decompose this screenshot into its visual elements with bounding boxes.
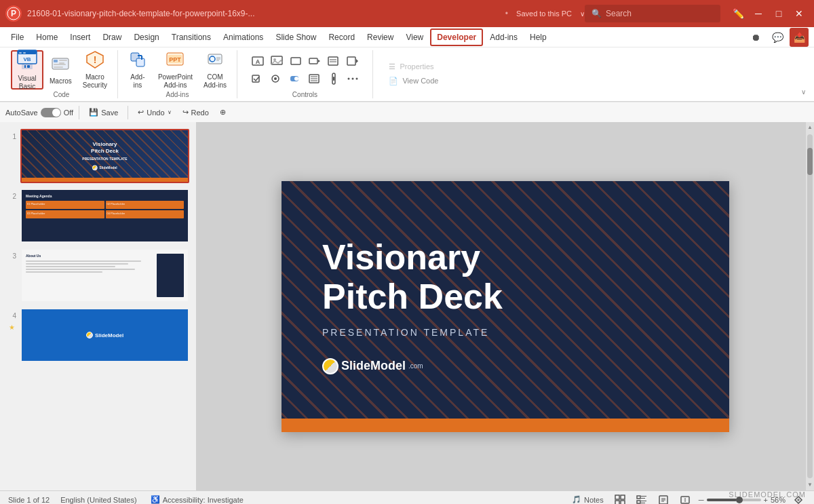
properties-button[interactable]: ☰ Properties (383, 61, 444, 73)
addins-button[interactable]: Add-ins (123, 50, 152, 90)
slide-thumb-4[interactable]: SlideModel (20, 308, 189, 362)
slide-item-1[interactable]: 1 Visionary Pitch Deck PRESENTATION TEMP… (5, 128, 191, 185)
menu-help[interactable]: Help (524, 30, 552, 45)
autosave-toggle[interactable]: AutoSave Off (5, 108, 73, 117)
menu-design[interactable]: Design (128, 30, 164, 45)
fit-slide-button[interactable] (677, 493, 693, 505)
restore-button[interactable]: □ (769, 4, 788, 23)
qa-divider-2 (128, 106, 128, 119)
ctrl-text-btn[interactable]: A (248, 53, 267, 69)
redo-button[interactable]: ↪ Redo (178, 106, 213, 118)
reading-view-button[interactable] (655, 493, 672, 505)
accessibility-button[interactable]: ♿ Accessibility: Investigate (148, 494, 246, 504)
menu-record[interactable]: Record (323, 30, 360, 45)
ctrl-combo-btn[interactable] (305, 53, 324, 69)
record-btn[interactable]: ⏺ (746, 28, 765, 47)
slide-item-3[interactable]: 3 About Us (5, 247, 191, 304)
pen-button[interactable]: ✏️ (729, 4, 748, 23)
svg-text:PPT: PPT (170, 56, 182, 63)
ctrl-image-btn[interactable] (267, 53, 286, 69)
svg-rect-56 (615, 495, 619, 499)
svg-text:!: ! (94, 54, 97, 65)
controls-group-label: Controls (292, 91, 317, 98)
ctrl-scroll-btn[interactable] (324, 71, 343, 87)
close-button[interactable]: ✕ (790, 4, 809, 23)
ctrl-list-btn[interactable] (324, 53, 343, 69)
scrollbar-thumb[interactable] (807, 148, 813, 175)
menu-insert[interactable]: Insert (64, 30, 96, 45)
zoom-slider-track[interactable] (707, 499, 761, 501)
search-box[interactable]: 🔍 (585, 5, 720, 22)
addins-group-items: Add-ins PPT PowerPointAdd-ins (123, 50, 231, 90)
com-addins-button[interactable]: COMAdd-ins (199, 50, 231, 90)
svg-rect-4 (19, 52, 22, 54)
menu-slideshow[interactable]: Slide Show (270, 30, 322, 45)
notes-button[interactable]: 🎵 Notes (569, 494, 606, 504)
addins-icon (128, 50, 147, 72)
slide-sorter-button[interactable] (634, 493, 650, 505)
ctrl-listbox-btn[interactable] (305, 71, 324, 87)
menu-transitions[interactable]: Transitions (166, 30, 216, 45)
normal-view-button[interactable] (612, 493, 628, 505)
app-logo: P (5, 5, 22, 22)
ribbon-group-controls: A (237, 50, 373, 98)
menu-home[interactable]: Home (31, 30, 63, 45)
ctrl-spin-btn[interactable] (343, 53, 362, 69)
scroll-down-btn[interactable]: ▼ (807, 481, 813, 489)
view-code-button[interactable]: 📄 View Code (383, 75, 444, 87)
addins-group-label: Add-ins (166, 91, 189, 98)
zoom-minus-icon[interactable]: ─ (699, 496, 704, 504)
scrollbar-track[interactable] (807, 134, 813, 478)
ctrl-rect-btn[interactable] (286, 53, 305, 69)
share-btn[interactable]: 📤 (790, 28, 809, 47)
slide-thumb-2[interactable]: Meeting Agenda 01 Placeholder 02 Placeho… (20, 189, 189, 243)
slide-2-title: Meeting Agenda (26, 194, 184, 198)
window-controls: ✏️ ─ □ ✕ (729, 4, 809, 23)
main-slide[interactable]: VisionaryPitch Deck PRESENTATION TEMPLAT… (282, 181, 729, 432)
slide-3-title: About Us (26, 254, 154, 258)
search-input[interactable] (606, 9, 701, 18)
ctrl-more-btn[interactable] (343, 71, 362, 87)
slide-thumb-1[interactable]: Visionary Pitch Deck PRESENTATION TEMPLA… (20, 129, 189, 183)
scroll-up-btn[interactable]: ▲ (807, 123, 813, 132)
ppt-addins-label: PowerPointAdd-ins (158, 73, 193, 90)
qa-customize-button[interactable]: ⊕ (216, 106, 230, 118)
slide-orange-bar (282, 419, 729, 432)
menu-file[interactable]: File (5, 30, 29, 45)
view-code-icon: 📄 (389, 77, 398, 85)
svg-point-46 (294, 77, 298, 81)
menu-developer[interactable]: Developer (430, 28, 483, 46)
svg-rect-13 (59, 62, 64, 64)
visual-basic-button[interactable]: VB VisualBasic (11, 50, 43, 90)
undo-button[interactable]: ↩ Undo ∨ (134, 106, 175, 118)
menu-addins[interactable]: Add-ins (484, 30, 523, 45)
search-icon: 🔍 (592, 9, 602, 18)
redo-icon: ↪ (182, 108, 189, 117)
autosave-track[interactable] (41, 108, 61, 117)
save-button[interactable]: 💾 Save (85, 106, 122, 118)
slide-logo: SlideModel .com (322, 358, 689, 374)
comments-btn[interactable]: 💬 (768, 28, 787, 47)
macro-security-button[interactable]: ! MacroSecurity (78, 50, 112, 90)
ctrl-toggle-btn[interactable] (286, 71, 305, 87)
ctrl-check-btn[interactable] (248, 71, 267, 87)
ctrl-radio-btn[interactable] (267, 71, 286, 87)
slide-thumb-3[interactable]: About Us (20, 248, 189, 303)
menu-bar: File Home Insert Draw Design Transitions… (0, 27, 814, 47)
slide-item-2[interactable]: 2 Meeting Agenda 01 Placeholder 02 Place… (5, 187, 191, 244)
macros-icon (51, 54, 70, 76)
ppt-addins-button[interactable]: PPT PowerPointAdd-ins (153, 50, 197, 90)
notes-icon: 🎵 (572, 495, 581, 504)
ribbon-expand-button[interactable]: ∨ (798, 88, 809, 98)
minimize-button[interactable]: ─ (749, 4, 768, 23)
slide-item-4[interactable]: 4 ★ SlideModel (5, 307, 191, 364)
menu-draw[interactable]: Draw (97, 30, 127, 45)
menu-view[interactable]: View (400, 30, 429, 45)
macros-button[interactable]: Macros (45, 50, 77, 90)
svg-rect-63 (637, 501, 640, 503)
menu-review[interactable]: Review (362, 30, 399, 45)
slide-content: VisionaryPitch Deck PRESENTATION TEMPLAT… (282, 181, 729, 432)
canvas-scrollbar[interactable]: ▲ ▼ (806, 122, 814, 490)
menu-animations[interactable]: Animations (218, 30, 269, 45)
properties-icon: ☰ (389, 62, 395, 71)
